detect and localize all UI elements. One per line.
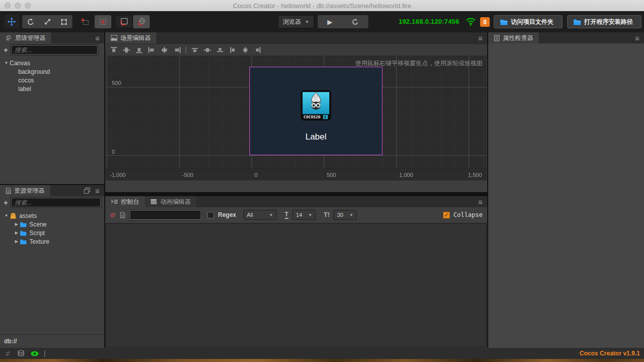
console-log-area[interactable]: [106, 223, 487, 347]
distribute-bottom-icon[interactable]: [216, 47, 224, 54]
tree-node-background[interactable]: background: [0, 67, 104, 76]
window-title: Cocos Creator - helloworld - db://assets…: [0, 2, 644, 10]
scene-viewport[interactable]: 500 0 使用鼠标右键平移视窗焦点，使用滚轮缩放视图: [106, 56, 487, 168]
sync-icon[interactable]: [4, 350, 12, 357]
font-size-icon: T: [285, 211, 288, 219]
distribute-right-icon[interactable]: [254, 47, 262, 54]
align-right-icon[interactable]: [173, 47, 181, 54]
hierarchy-search-input[interactable]: [11, 45, 98, 55]
desktop-wallpaper-strip: [0, 359, 644, 362]
tree-node-scene-folder[interactable]: ▶ Scene: [0, 220, 104, 229]
node-label: Canvas: [10, 60, 30, 67]
tree-node-canvas[interactable]: ▼ Canvas: [0, 59, 104, 67]
play-button[interactable]: ▶: [327, 18, 332, 26]
create-asset-button[interactable]: +: [4, 199, 8, 206]
align-bottom-icon[interactable]: [135, 47, 143, 54]
rect-tool-button[interactable]: [56, 15, 72, 28]
console-filter-input[interactable]: [130, 210, 201, 220]
ruler-y-label: 0: [112, 149, 115, 155]
open-project-folder-button[interactable]: 访问项目文件夹: [494, 15, 563, 28]
ruler-y-label: 500: [112, 80, 121, 86]
collapse-arrow-icon[interactable]: ▶: [13, 239, 20, 244]
tab-hierarchy[interactable]: 层级管理器: [0, 32, 51, 43]
tree-node-texture-folder[interactable]: ▶ Texture: [0, 237, 104, 246]
console-panel: 控制台 动画编辑器 ≡ ⊘ Regex All ▼: [105, 196, 487, 348]
scale-tool-button[interactable]: [39, 15, 56, 28]
move-tool-button[interactable]: [4, 15, 19, 28]
collapse-arrow-icon[interactable]: ▶: [13, 222, 20, 227]
collapse-checkbox[interactable]: ✓: [443, 212, 450, 218]
distribute-left-icon[interactable]: [229, 47, 237, 54]
panel-menu-icon[interactable]: ≡: [478, 34, 483, 42]
panel-menu-icon[interactable]: ≡: [635, 34, 639, 42]
tree-node-assets-root[interactable]: ▼ assets: [0, 211, 104, 220]
cocos-logo[interactable]: COCOS2D X: [300, 90, 331, 121]
pivot-local-button[interactable]: [115, 15, 132, 28]
clear-console-button[interactable]: ⊘: [110, 211, 116, 218]
align-hcenter-icon[interactable]: [160, 47, 168, 54]
tab-assets[interactable]: 资源管理器: [0, 185, 50, 196]
tab-inspector[interactable]: 属性检查器: [488, 32, 539, 43]
assets-search-input[interactable]: [11, 198, 101, 207]
folder-icon: [20, 230, 27, 236]
status-bar: Cocos Creator v1.9.1: [0, 348, 644, 359]
ruler-x-label: 0: [254, 172, 257, 178]
panel-menu-icon[interactable]: ≡: [95, 187, 100, 195]
world-coords-icon: [137, 18, 146, 26]
open-log-file-icon[interactable]: [120, 212, 125, 218]
error-count-badge[interactable]: 0: [480, 17, 490, 27]
distribute-vcenter-icon[interactable]: [203, 47, 211, 54]
rotate-tool-button[interactable]: [22, 15, 39, 28]
font-size-dropdown[interactable]: 14 ▼: [292, 210, 316, 220]
pivot-world-button[interactable]: [133, 15, 150, 28]
ruler-x-label: 1,000: [399, 172, 413, 178]
gridline: [106, 155, 487, 156]
preview-browser-dropdown[interactable]: 浏览器 ▼: [278, 15, 314, 28]
distribute-top-icon[interactable]: [191, 47, 199, 54]
console-icon: [111, 199, 118, 205]
design-canvas[interactable]: COCOS2D X Label: [249, 67, 382, 155]
distribute-hcenter-icon[interactable]: [241, 47, 249, 54]
hierarchy-icon: [6, 35, 12, 41]
scene-ruler-x: -1,000 -500 0 500 1,000 1,500: [106, 168, 487, 180]
tree-node-cocos[interactable]: cocos: [0, 76, 104, 84]
database-icon[interactable]: [17, 350, 25, 357]
pop-out-icon[interactable]: [84, 188, 90, 194]
tab-animation[interactable]: 动画编辑器: [145, 196, 196, 207]
collapse-arrow-icon[interactable]: ▶: [13, 231, 20, 235]
tree-node-label[interactable]: label: [0, 84, 104, 93]
align-top-icon[interactable]: [110, 47, 118, 54]
open-install-path-button[interactable]: 打开程序安装路径: [567, 15, 641, 28]
line-count-dropdown[interactable]: 30 ▼: [333, 210, 357, 220]
titlebar: Cocos Creator - helloworld - db://assets…: [0, 0, 644, 11]
tab-scene-label: 场景编辑器: [120, 34, 151, 42]
line-count-value: 30: [337, 212, 343, 218]
panel-menu-icon[interactable]: ≡: [478, 198, 483, 206]
tab-console[interactable]: 控制台: [105, 196, 145, 207]
eye-icon[interactable]: [30, 351, 39, 356]
tree-node-script-folder[interactable]: ▶ Script: [0, 229, 104, 237]
log-level-dropdown[interactable]: All ▼: [243, 210, 277, 220]
refresh-button[interactable]: [352, 18, 359, 26]
node-label: Script: [29, 230, 45, 237]
scene-label-node[interactable]: Label: [250, 132, 382, 142]
preview-browser-value: 浏览器: [283, 18, 301, 26]
expand-arrow-icon[interactable]: ▼: [3, 61, 10, 65]
cocos-creator-window: Cocos Creator - helloworld - db://assets…: [0, 0, 644, 362]
scene-icon: [111, 35, 117, 41]
expand-arrow-icon[interactable]: ▼: [3, 213, 10, 218]
regex-checkbox[interactable]: [207, 212, 214, 218]
preview-ip-address: 192.168.0.120:7456: [399, 18, 459, 25]
panel-menu-icon[interactable]: ≡: [95, 34, 100, 42]
anchor-corner-icon: [81, 18, 90, 26]
checkmark-icon: ✓: [444, 212, 449, 218]
anchor-corner-button[interactable]: [77, 15, 94, 28]
align-vcenter-icon[interactable]: [122, 47, 131, 54]
text-cursor: [45, 350, 45, 357]
animation-icon: [150, 199, 157, 205]
folder-icon: [573, 19, 581, 25]
align-left-icon[interactable]: [148, 47, 156, 54]
anchor-center-button[interactable]: [95, 15, 111, 28]
create-node-button[interactable]: +: [4, 46, 8, 54]
tab-scene[interactable]: 场景编辑器: [105, 32, 156, 43]
